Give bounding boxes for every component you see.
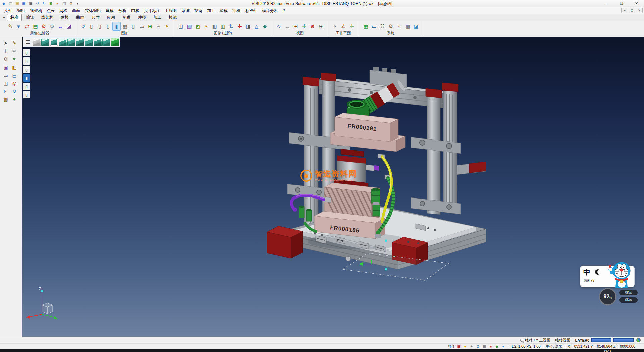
menu-item[interactable]: 标准件 <box>243 7 260 14</box>
save-icon[interactable]: ▦ <box>21 0 27 6</box>
window-icon[interactable]: ◫ <box>61 0 67 6</box>
updown-icon[interactable]: ⇅ <box>227 22 235 31</box>
doc-view-icon-6[interactable]: ▯ <box>23 91 30 98</box>
light-icon[interactable]: ☀ <box>202 22 210 31</box>
zoom-in-icon[interactable]: ⊕ <box>308 22 317 31</box>
close-button[interactable]: ✕ <box>629 0 644 7</box>
ime-widget[interactable]: 中 ⌨ ⚙ <box>580 266 635 287</box>
undo-icon[interactable]: ↺ <box>34 0 41 6</box>
render-icon[interactable]: ◫ <box>177 22 185 31</box>
new-file-icon[interactable]: ▢ <box>7 0 14 6</box>
settings-icon[interactable]: ⚙ <box>68 0 74 6</box>
column-view-icon-3[interactable]: ▯ <box>104 22 112 31</box>
stop-icon[interactable]: ■ <box>488 344 493 349</box>
hatch-icon[interactable]: ▩ <box>404 22 412 31</box>
grid-green-icon[interactable]: ⊞ <box>146 22 154 31</box>
tab[interactable]: 标准 <box>7 14 22 21</box>
ime-mode-indicator[interactable]: 中 <box>583 268 590 277</box>
open-file-icon[interactable]: ▤ <box>14 0 20 6</box>
transform-icon[interactable]: ✚ <box>235 22 244 31</box>
tab[interactable]: 建模 <box>57 14 72 21</box>
mdi-close-button[interactable]: ✕ <box>636 8 643 13</box>
maximize-button[interactable]: ☐ <box>614 0 629 7</box>
material-icon[interactable]: ◩ <box>194 22 202 31</box>
user-icon[interactable]: ✦ <box>469 344 474 349</box>
workplane-align-icon[interactable]: ✛ <box>347 22 356 31</box>
tab[interactable]: 曲面 <box>73 14 88 21</box>
menu-item[interactable]: 塑模 <box>217 7 230 14</box>
properties-icon[interactable]: ✎ <box>6 22 14 31</box>
gear-gray-icon[interactable]: ⚙ <box>48 22 56 31</box>
doc-view-icon-3[interactable]: ▯ <box>23 66 30 73</box>
world-icon[interactable]: ● <box>500 344 506 349</box>
workplane-angle-icon[interactable]: ∠ <box>339 22 347 31</box>
viewport-3d[interactable]: ☰ ▯▯▯▮▯▯ <box>22 37 644 337</box>
dynamic-view-icon[interactable]: ∿ <box>275 22 283 31</box>
menu-item[interactable]: 网格 <box>57 7 70 14</box>
plane-icon[interactable]: ⊡ <box>1 87 10 95</box>
tab[interactable]: 编辑 <box>22 14 37 21</box>
units-label[interactable]: 单位: 毫米 <box>546 344 562 349</box>
layers-panel-icon[interactable]: ☷ <box>378 22 387 31</box>
menu-item[interactable]: 曲面 <box>70 7 83 14</box>
mirror-icon[interactable]: ◨ <box>244 22 252 31</box>
menu-item[interactable]: 文件 <box>2 7 15 14</box>
menu-item[interactable]: 工程图 <box>162 7 179 14</box>
redo-icon[interactable]: ↻ <box>41 0 47 6</box>
menu-item[interactable]: ? <box>280 7 287 14</box>
moon-icon[interactable] <box>595 269 600 275</box>
menu-item[interactable]: 模流分析 <box>260 7 280 14</box>
view-left-icon[interactable] <box>67 38 75 46</box>
app-icon[interactable]: ◆ <box>1 0 7 6</box>
tab[interactable]: 塑膜 <box>119 14 134 21</box>
grid-gray-icon[interactable]: ⊟ <box>154 22 163 31</box>
tab[interactable]: 模流 <box>165 14 180 21</box>
menu-item[interactable]: 编辑 <box>15 7 28 14</box>
section-icon[interactable]: ◧ <box>210 22 219 31</box>
system-settings-icon[interactable]: ⚙ <box>387 22 395 31</box>
refresh-view-icon[interactable]: ↺ <box>79 22 87 31</box>
active-layer-label[interactable]: LAYER0 <box>575 338 589 342</box>
menu-item[interactable]: 建模 <box>103 7 116 14</box>
count-icon[interactable]: 2 <box>475 344 481 349</box>
zoom-window-icon[interactable]: ⊞ <box>291 22 300 31</box>
menu-item[interactable]: 实体编辑 <box>83 7 103 14</box>
menu-item[interactable]: 电极 <box>129 7 142 14</box>
mdi-restore-button[interactable]: ◻ <box>629 8 635 13</box>
hatch2-icon[interactable]: ▨ <box>1 95 10 103</box>
measure-icon[interactable]: ↔ <box>56 22 65 31</box>
view-axo-icon[interactable] <box>102 38 110 46</box>
gear-red-icon[interactable]: ⚙ <box>40 22 48 31</box>
menu-item[interactable]: 视窗 <box>192 7 205 14</box>
view-iso-icon-2[interactable] <box>50 38 58 46</box>
view-iso-icon-1[interactable] <box>41 38 49 46</box>
triangle-mesh-icon[interactable]: △ <box>252 22 261 31</box>
solid-icon[interactable]: ▣ <box>1 63 10 71</box>
column-view-icon-4[interactable]: ▯ <box>129 22 138 31</box>
tab[interactable]: 应用 <box>104 14 118 21</box>
sheet-icon[interactable]: ▤ <box>10 71 19 79</box>
tab[interactable]: 尺寸 <box>88 14 103 21</box>
highlight-icon[interactable]: ✦ <box>163 22 171 31</box>
grid-snap-icon[interactable]: ▦ <box>481 344 487 349</box>
doraemon-pet[interactable] <box>607 261 634 290</box>
wireframe-view-icon[interactable]: ▦ <box>121 22 129 31</box>
keyboard-icon[interactable]: ⌨ <box>584 278 589 283</box>
accelerator-badge[interactable]: 92 % <box>599 288 616 305</box>
cylinder-icon[interactable]: ◫ <box>1 79 10 87</box>
layer-color-swatch-1[interactable] <box>591 338 611 342</box>
view-orientation-label[interactable]: 绝对 XY 上视图 <box>525 338 550 343</box>
view-back-icon[interactable] <box>85 38 93 46</box>
shade-mode-icon[interactable]: ◪ <box>412 22 420 31</box>
doc-view-icon-2[interactable]: ▯ <box>23 57 30 65</box>
tab[interactable]: 线架构 <box>38 14 57 21</box>
layer-color-swatch-2[interactable] <box>613 338 634 342</box>
view-menu-icon[interactable]: ☰ <box>24 38 32 46</box>
menu-item[interactable]: 分析 <box>116 7 129 14</box>
swap-filter-icon[interactable]: ⇄ <box>23 22 31 31</box>
shaded-view-icon[interactable]: ▮ <box>112 22 121 31</box>
print-icon[interactable]: ▣ <box>28 0 34 6</box>
axes-icon[interactable]: ✛ <box>1 47 10 55</box>
layer-filter-icon[interactable]: ▤ <box>31 22 40 31</box>
zoom-fit-icon[interactable]: ✛ <box>300 22 308 31</box>
